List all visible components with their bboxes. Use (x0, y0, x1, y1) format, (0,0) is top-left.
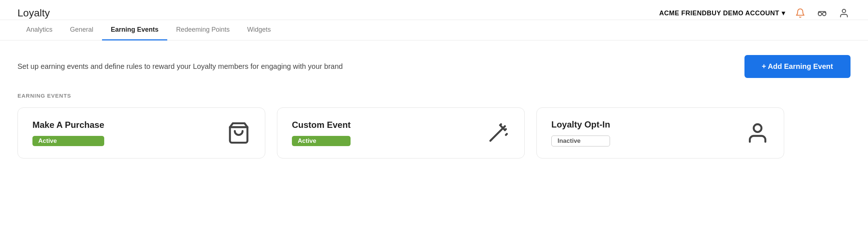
header-right: ACME FRIENDBUY DEMO ACCOUNT ▾ (659, 7, 851, 20)
card-left: Custom Event Active (292, 120, 351, 146)
card-left: Make A Purchase Active (32, 120, 104, 146)
svg-point-3 (842, 9, 845, 13)
card-title: Custom Event (292, 120, 351, 130)
cards-row: Make A Purchase Active Custom Event Acti… (17, 107, 851, 158)
svg-point-10 (754, 124, 761, 132)
status-badge: Active (292, 136, 351, 146)
magic-wand-icon (486, 121, 510, 145)
glasses-icon[interactable] (816, 7, 829, 20)
card-title: Loyalty Opt-In (551, 120, 610, 130)
nav-tabs: Analytics General Earning Events Redeemi… (0, 20, 868, 40)
status-badge: Inactive (551, 136, 610, 146)
card-title: Make A Purchase (32, 120, 104, 130)
shopping-bag-icon (227, 121, 250, 145)
status-badge: Active (32, 136, 104, 146)
person-icon (746, 121, 769, 145)
app-title: Loyalty (17, 7, 50, 19)
description-row: Set up earning events and define rules t… (17, 55, 851, 78)
chevron-down-icon: ▾ (782, 9, 785, 17)
header-left: Loyalty (17, 7, 72, 19)
header: Loyalty ACME FRIENDBUY DEMO ACCOUNT ▾ (0, 0, 868, 20)
event-card-make-a-purchase[interactable]: Make A Purchase Active (17, 107, 265, 158)
tab-earning-events[interactable]: Earning Events (102, 20, 167, 40)
user-profile-icon[interactable] (837, 7, 851, 20)
tab-analytics[interactable]: Analytics (17, 20, 61, 40)
svg-line-8 (506, 134, 507, 135)
notification-bell-icon[interactable] (794, 7, 807, 20)
tab-redeeming-points[interactable]: Redeeming Points (167, 20, 238, 40)
section-label: EARNING EVENTS (17, 93, 851, 99)
add-earning-event-button[interactable]: + Add Earning Event (744, 55, 851, 78)
tab-general[interactable]: General (61, 20, 102, 40)
svg-line-6 (505, 129, 506, 130)
event-card-loyalty-opt-in[interactable]: Loyalty Opt-In Inactive (536, 107, 784, 158)
svg-line-7 (500, 124, 501, 125)
description-text: Set up earning events and define rules t… (17, 62, 343, 71)
main-content: Set up earning events and define rules t… (0, 40, 868, 173)
card-left: Loyalty Opt-In Inactive (551, 120, 610, 146)
account-name[interactable]: ACME FRIENDBUY DEMO ACCOUNT ▾ (659, 9, 785, 17)
svg-line-9 (490, 140, 492, 141)
tab-widgets[interactable]: Widgets (238, 20, 279, 40)
event-card-custom-event[interactable]: Custom Event Active (277, 107, 525, 158)
